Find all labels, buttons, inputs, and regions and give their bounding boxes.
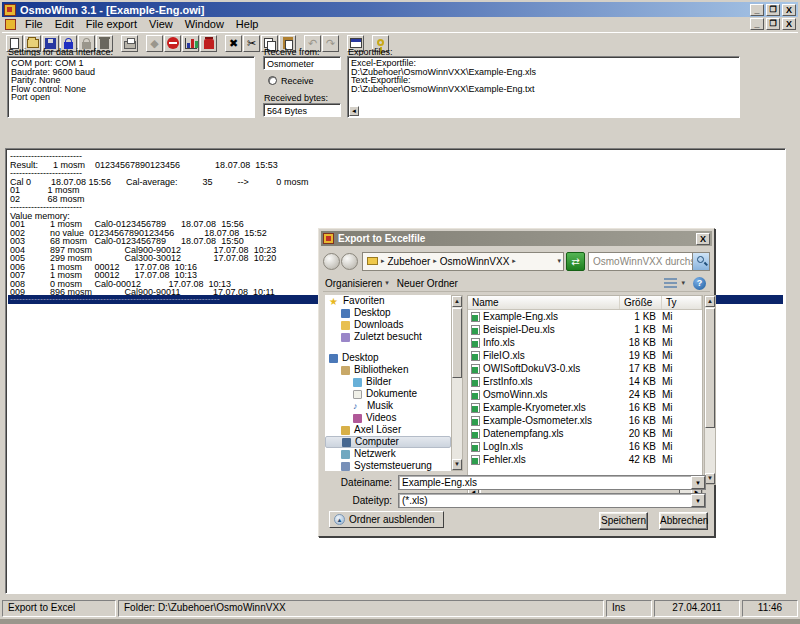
- documents-icon: [353, 390, 362, 399]
- nav-item-favoriten[interactable]: ★Favoriten: [325, 295, 451, 307]
- organize-button[interactable]: Organisieren ▾: [323, 277, 395, 290]
- pictures-icon: [353, 378, 362, 387]
- filetype-combo[interactable]: (*.xls) ▼: [398, 493, 706, 508]
- scroll-down-icon[interactable]: ▼: [452, 459, 462, 470]
- child-minimize-button[interactable]: _: [750, 18, 764, 30]
- menu-file-export[interactable]: File export: [80, 17, 143, 31]
- cancel-button[interactable]: Abbrechen: [659, 512, 708, 530]
- status-ins: Ins: [606, 600, 652, 617]
- nav-item-musik[interactable]: ♪Musik: [325, 400, 451, 412]
- menu-window[interactable]: Window: [179, 17, 230, 31]
- new-folder-button[interactable]: Neuer Ordner: [395, 277, 464, 290]
- nav-item-desktop[interactable]: Desktop: [325, 307, 451, 319]
- print-button[interactable]: [121, 35, 138, 52]
- menu-file[interactable]: File: [19, 17, 49, 31]
- save-button-dialog[interactable]: Speichern: [599, 512, 648, 530]
- menu-view[interactable]: View: [143, 17, 179, 31]
- excel-file-icon: [471, 390, 480, 400]
- receive-radio[interactable]: Receive: [268, 76, 314, 86]
- file-scroll-thumb[interactable]: [705, 308, 715, 428]
- chart-button[interactable]: [182, 35, 199, 52]
- search-button[interactable]: [692, 253, 709, 270]
- nav-item-computer[interactable]: Computer: [325, 436, 451, 448]
- search-box[interactable]: OsmoWinnVXX durchsuchen: [588, 252, 710, 271]
- restore-button[interactable]: ❐: [766, 4, 780, 16]
- back-button[interactable]: [323, 253, 340, 270]
- file-row[interactable]: Example-Osmometer.xls16 KBMi: [468, 414, 702, 427]
- receive-from-field[interactable]: Osmometer: [263, 56, 341, 70]
- filename-label: Dateiname:: [338, 477, 398, 488]
- nav-scrollbar[interactable]: ▲ ▼: [451, 295, 463, 471]
- folder-icon: [367, 257, 378, 265]
- redo-button[interactable]: ↷: [322, 35, 339, 52]
- child-window-icon[interactable]: [5, 19, 16, 30]
- file-row[interactable]: Info.xls18 KBMi: [468, 336, 702, 349]
- nav-item-zuletzt-besucht[interactable]: Zuletzt besucht: [325, 331, 451, 343]
- menu-help[interactable]: Help: [230, 17, 265, 31]
- file-row[interactable]: OsmoWinn.xls24 KBMi: [468, 388, 702, 401]
- nav-scroll-thumb[interactable]: [452, 308, 462, 378]
- nav-item-desktop-root[interactable]: Desktop: [325, 352, 451, 364]
- filetype-dropdown-icon[interactable]: ▼: [691, 494, 705, 507]
- nav-item-videos[interactable]: Videos: [325, 412, 451, 424]
- filename-combo[interactable]: Example-Eng.xls ▼: [398, 475, 706, 490]
- minimize-button[interactable]: _: [750, 4, 764, 16]
- forward-button[interactable]: [341, 253, 358, 270]
- excel-file-icon: [471, 429, 480, 439]
- nav-item-bibliotheken[interactable]: Bibliotheken: [325, 364, 451, 376]
- file-row[interactable]: ErstInfo.xls14 KBMi: [468, 375, 702, 388]
- exportfiles-scroll-left[interactable]: ◄: [349, 106, 359, 116]
- views-icon[interactable]: [664, 278, 677, 289]
- menu-edit[interactable]: Edit: [49, 17, 80, 31]
- breadcrumb[interactable]: ▸ Zubehoer ▸ OsmoWinnVXX ▸ ▾: [362, 252, 564, 271]
- column-name[interactable]: Name: [468, 296, 620, 309]
- start-button[interactable]: ◆: [146, 35, 163, 52]
- address-dropdown-icon[interactable]: ▾: [557, 257, 561, 265]
- nav-item-systemsteuerung[interactable]: Systemsteuerung: [325, 460, 451, 471]
- file-row[interactable]: Beispiel-Deu.xls1 KBMi: [468, 323, 702, 336]
- column-size[interactable]: Größe: [620, 296, 662, 309]
- nav-item-dokumente[interactable]: Dokumente: [325, 388, 451, 400]
- help-key-icon: [377, 39, 384, 46]
- scroll-up-icon[interactable]: ▲: [452, 296, 462, 307]
- views-dropdown-icon[interactable]: ▾: [681, 279, 685, 287]
- file-row[interactable]: Fehler.xls42 KBMi: [468, 453, 702, 466]
- printer-icon: [124, 41, 136, 49]
- breadcrumb-osmowinnvxx[interactable]: OsmoWinnVXX: [440, 256, 509, 267]
- stop-icon: [167, 37, 179, 49]
- column-type[interactable]: Ty: [662, 296, 702, 309]
- file-row[interactable]: FileIO.xls19 KBMi: [468, 349, 702, 362]
- status-folder: Folder: D:\Zubehoer\OsmoWinnVXX: [118, 600, 604, 617]
- filename-dropdown-icon[interactable]: ▼: [691, 476, 705, 489]
- hide-folders-button[interactable]: ▲ Ordner ausblenden: [329, 511, 444, 528]
- dialog-close-button[interactable]: X: [696, 233, 710, 245]
- file-row[interactable]: OWISoftDokuV3-0.xls17 KBMi: [468, 362, 702, 375]
- child-restore-button[interactable]: ❐: [766, 18, 780, 30]
- scroll-down-icon[interactable]: ▼: [705, 473, 715, 484]
- nav-item-netzwerk[interactable]: Netzwerk: [325, 448, 451, 460]
- chevron-up-icon: ▲: [334, 514, 345, 525]
- file-row[interactable]: Example-Kryometer.xls16 KBMi: [468, 401, 702, 414]
- filename-value: Example-Eng.xls: [399, 477, 691, 488]
- help-icon[interactable]: ?: [693, 277, 706, 290]
- nav-item-axel-loeser[interactable]: Axel Löser: [325, 424, 451, 436]
- nav-item-bilder[interactable]: Bilder: [325, 376, 451, 388]
- clear-button[interactable]: ✖: [225, 35, 242, 52]
- stop-button[interactable]: [164, 35, 181, 52]
- nav-item-downloads[interactable]: Downloads: [325, 319, 451, 331]
- alarm-button[interactable]: [200, 35, 217, 52]
- breadcrumb-zubehoer[interactable]: Zubehoer: [388, 256, 431, 267]
- child-close-button[interactable]: X: [782, 18, 796, 30]
- scroll-up-icon[interactable]: ▲: [705, 296, 715, 307]
- file-row[interactable]: LogIn.xls16 KBMi: [468, 440, 702, 453]
- file-row[interactable]: Example-Eng.xls1 KBMi: [468, 310, 702, 323]
- refresh-button[interactable]: ⇄: [566, 252, 585, 271]
- file-list-scrollbar[interactable]: ▲ ▼: [704, 295, 716, 485]
- cut-button[interactable]: ✂: [243, 35, 260, 52]
- close-button[interactable]: X: [782, 4, 796, 16]
- file-row[interactable]: Datenempfang.xls20 KBMi: [468, 427, 702, 440]
- received-bytes-field: 564 Bytes: [263, 103, 341, 117]
- desktop-icon: [329, 354, 338, 363]
- file-list-header: Name Größe Ty: [468, 296, 702, 310]
- status-mode: Export to Excel: [2, 600, 116, 617]
